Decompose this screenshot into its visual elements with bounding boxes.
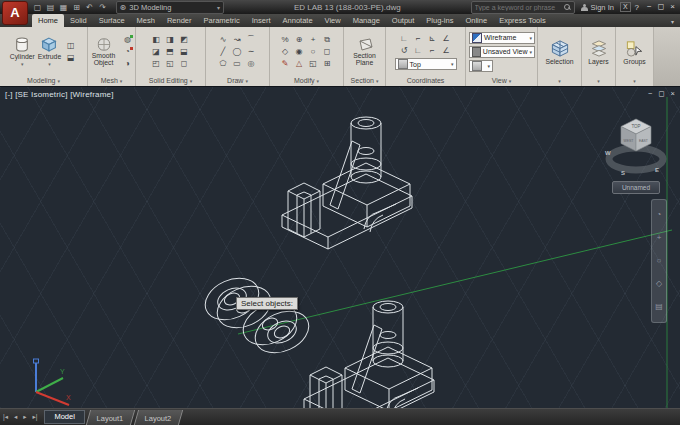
tab-render[interactable]: Render: [161, 14, 198, 27]
tab-model[interactable]: Model: [44, 410, 84, 424]
navbar-tool-icon[interactable]: +: [653, 232, 665, 244]
panel-label-section[interactable]: Section ▾: [344, 76, 385, 86]
tab-plugins[interactable]: Plug-ins: [420, 14, 459, 27]
draw-tool-icon[interactable]: ∿: [217, 34, 230, 46]
mesh-tool-icon[interactable]: ◍: [121, 34, 134, 46]
tab-online[interactable]: Online: [459, 14, 493, 27]
qat-tool-icon[interactable]: ▤: [45, 2, 56, 13]
ucs-tool-icon[interactable]: ∟: [398, 33, 411, 45]
modify-tool-icon[interactable]: △: [293, 58, 306, 70]
modeling-tool-icon[interactable]: ⬓: [64, 52, 77, 64]
mesh-tool-icon[interactable]: ◔: [121, 46, 134, 58]
draw-tool-icon[interactable]: ⬠: [217, 58, 230, 70]
solid-editing-tool-icon[interactable]: ⬒: [164, 46, 177, 58]
qat-tool-icon[interactable]: ⊞: [71, 2, 82, 13]
viewport-config-dropdown[interactable]: ▾: [469, 60, 493, 72]
exchange-apps-button[interactable]: X: [620, 2, 631, 12]
ucs-top-dropdown[interactable]: Top ▾: [395, 58, 457, 70]
bracket-solid-bottom[interactable]: [304, 301, 434, 409]
drawing-close-button[interactable]: ×: [671, 89, 675, 98]
modify-tool-icon[interactable]: ⊞: [321, 58, 334, 70]
viewcube-ucs-button[interactable]: Unnamed: [612, 181, 660, 194]
panel-label-view[interactable]: View ▾: [466, 76, 537, 86]
tab-insert[interactable]: Insert: [246, 14, 277, 27]
workspace-dropdown[interactable]: ⊛ 3D Modeling ▾: [116, 1, 224, 14]
ucs-tool-icon[interactable]: ↺: [398, 45, 411, 57]
qat-tool-icon[interactable]: ↶: [84, 2, 95, 13]
qat-tool-icon[interactable]: ▢: [32, 2, 43, 13]
tab-manage[interactable]: Manage: [347, 14, 386, 27]
draw-tool-icon[interactable]: ↝: [231, 34, 244, 46]
visual-style-dropdown[interactable]: Wireframe ▾: [469, 32, 535, 44]
draw-tool-icon[interactable]: ◎: [245, 58, 258, 70]
draw-tool-icon[interactable]: ◯: [231, 46, 244, 58]
panel-label-modify[interactable]: Modify ▾: [270, 76, 343, 86]
extrude-button[interactable]: Extrude ▾: [38, 36, 61, 68]
solid-editing-tool-icon[interactable]: ⬓: [178, 46, 191, 58]
section-plane-button[interactable]: Section Plane: [345, 38, 384, 66]
restore-button[interactable]: ◻: [658, 1, 665, 13]
panel-label-layers[interactable]: ▾: [582, 76, 615, 86]
tab-output[interactable]: Output: [386, 14, 421, 27]
modify-tool-icon[interactable]: ◇: [279, 46, 292, 58]
qat-tool-icon[interactable]: ↷: [97, 2, 108, 13]
draw-tool-icon[interactable]: ∼: [245, 46, 258, 58]
panel-label-mesh[interactable]: Mesh ▾: [88, 76, 135, 86]
panel-label-coordinates[interactable]: Coordinates: [386, 76, 465, 86]
navbar-tool-icon[interactable]: ◇: [653, 278, 665, 290]
modify-tool-icon[interactable]: ◻: [321, 46, 334, 58]
drawing-minimize-button[interactable]: −: [648, 89, 652, 98]
solid-editing-tool-icon[interactable]: ◨: [164, 34, 177, 46]
modify-tool-icon[interactable]: %: [279, 34, 292, 46]
application-menu-button[interactable]: A: [2, 1, 28, 25]
viewcube[interactable]: TOP WEST EAST W S E: [605, 119, 663, 176]
ribbon-minimize-button[interactable]: ▾: [671, 18, 674, 27]
ucs-tool-icon[interactable]: ⊾: [426, 33, 439, 45]
construction-lines[interactable]: [238, 97, 672, 409]
next-layout-button[interactable]: ▸: [20, 409, 29, 425]
modify-tool-icon[interactable]: ◉: [293, 46, 306, 58]
modify-tool-icon[interactable]: ✎: [279, 58, 292, 70]
selection-button[interactable]: Selection: [546, 39, 574, 65]
panel-label-modeling[interactable]: Modeling ▾: [0, 76, 87, 86]
solid-editing-tool-icon[interactable]: ◻: [178, 58, 191, 70]
solid-editing-tool-icon[interactable]: ◰: [150, 58, 163, 70]
first-layout-button[interactable]: |◂: [0, 409, 11, 425]
tab-home[interactable]: Home: [32, 14, 64, 27]
ucs-tool-icon[interactable]: ∠: [440, 33, 453, 45]
panel-label-solid-editing[interactable]: Solid Editing ▾: [136, 76, 205, 86]
ucs-tool-icon[interactable]: ∟: [412, 45, 425, 57]
bracket-solid-top[interactable]: [282, 117, 412, 249]
tab-surface[interactable]: Surface: [93, 14, 131, 27]
mesh-tool-icon[interactable]: ◑: [121, 58, 134, 70]
tab-annotate[interactable]: Annotate: [277, 14, 319, 27]
navbar-tool-icon[interactable]: ▤: [653, 301, 665, 313]
ucs-tool-icon[interactable]: ∠: [440, 45, 453, 57]
solid-editing-tool-icon[interactable]: ◪: [150, 46, 163, 58]
prev-layout-button[interactable]: ◂: [11, 409, 20, 425]
tab-view[interactable]: View: [319, 14, 347, 27]
modify-tool-icon[interactable]: ⧉: [321, 34, 334, 46]
modify-tool-icon[interactable]: ⊕: [293, 34, 306, 46]
modify-tool-icon[interactable]: +: [307, 34, 320, 46]
panel-label-draw[interactable]: Draw ▾: [206, 76, 269, 86]
draw-tool-icon[interactable]: ▭: [231, 58, 244, 70]
viewport-controls-label[interactable]: [-] [SE Isometric] [Wireframe]: [5, 90, 114, 99]
groups-button[interactable]: Groups: [623, 39, 645, 65]
drawing-viewport[interactable]: Y X TOP WEST EAST W S E [-] [SE Isometri…: [0, 86, 680, 408]
drawing-restore-button[interactable]: ◻: [658, 89, 664, 98]
draw-tool-icon[interactable]: ⌒: [245, 34, 258, 46]
solid-editing-tool-icon[interactable]: ◧: [150, 34, 163, 46]
navbar-tool-icon[interactable]: ◔: [653, 209, 665, 221]
tab-layout1[interactable]: Layout1: [86, 410, 135, 425]
tab-mesh[interactable]: Mesh: [131, 14, 161, 27]
search-icon[interactable]: [564, 4, 571, 11]
pulley-solid[interactable]: [199, 270, 316, 360]
tab-parametric[interactable]: Parametric: [198, 14, 246, 27]
minimize-button[interactable]: −: [647, 1, 652, 13]
ucs-tool-icon[interactable]: ⌐: [426, 45, 439, 57]
cylinder-button[interactable]: Cylinder ▾: [10, 36, 35, 68]
panel-label-selection[interactable]: ▾: [538, 76, 581, 86]
ucs-tool-icon[interactable]: ⌐: [412, 33, 425, 45]
tab-express-tools[interactable]: Express Tools: [493, 14, 552, 27]
